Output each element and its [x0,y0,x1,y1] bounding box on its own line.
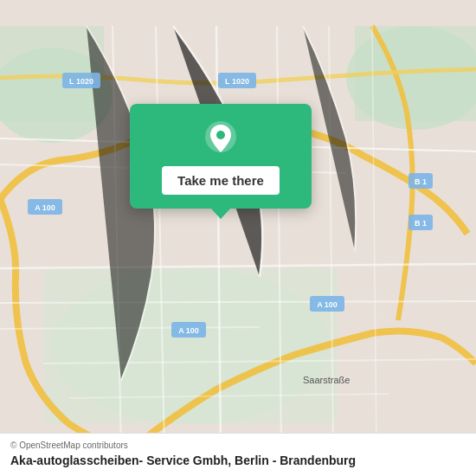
info-bar: © OpenStreetMap contributors Aka-autogla… [0,433,476,476]
svg-text:L 1020: L 1020 [69,77,93,86]
take-me-there-button[interactable]: Take me there [162,166,280,195]
svg-text:L 1020: L 1020 [225,77,249,86]
svg-text:Saarstraße: Saarstraße [303,375,350,385]
map-container: L 1020 L 1020 A 100 A 100 A 100 B 1 B 1 … [0,0,476,476]
place-name: Aka-autoglasscheiben- Service Gmbh, Berl… [10,453,466,467]
map-attribution: © OpenStreetMap contributors [10,441,466,450]
map-background: L 1020 L 1020 A 100 A 100 A 100 B 1 B 1 … [0,0,476,476]
svg-text:B 1: B 1 [415,177,427,186]
svg-text:A 100: A 100 [35,203,55,212]
popup-card: Take me there [130,104,312,209]
svg-text:A 100: A 100 [317,300,338,309]
svg-text:A 100: A 100 [178,326,199,335]
svg-point-36 [216,131,225,139]
svg-point-6 [52,268,329,424]
svg-text:B 1: B 1 [415,219,427,228]
location-pin-icon [202,119,240,158]
